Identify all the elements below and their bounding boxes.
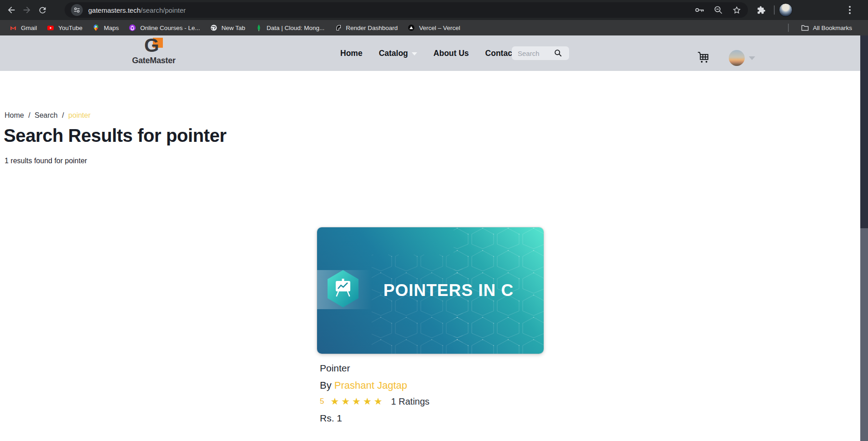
bookmark-maps[interactable]: Maps (87, 22, 124, 34)
user-avatar[interactable] (729, 50, 745, 66)
gmail-icon (10, 24, 17, 31)
zoom-indicator-icon[interactable] (714, 5, 723, 15)
bookmark-youtube[interactable]: YouTube (42, 22, 87, 34)
bookmark-vercel[interactable]: Vercel – Vercel (403, 22, 465, 34)
url-path: /search/pointer (141, 6, 186, 14)
ratings-count: 1 Ratings (391, 396, 430, 407)
breadcrumb: Home / Search / pointer (5, 111, 91, 120)
course-thumbnail[interactable]: POINTERS IN C (317, 227, 544, 354)
rating-value: 5 (320, 397, 324, 406)
bookmark-label: Data | Cloud: Mong... (267, 25, 324, 31)
browser-profile-avatar[interactable] (779, 3, 792, 17)
rating-row: 5 ★★★★★ 1 Ratings (320, 396, 544, 407)
course-details: Pointer By Prashant Jagtap 5 ★★★★★ 1 Rat… (317, 363, 544, 424)
gatemaster-logo-icon: G (143, 37, 164, 55)
mongodb-leaf-icon (255, 24, 262, 31)
page-scrollbar[interactable] (860, 35, 868, 441)
reload-icon (38, 5, 47, 15)
extensions-button[interactable] (755, 4, 767, 16)
all-bookmarks-label: All Bookmarks (813, 25, 852, 31)
nav-item-catalog[interactable]: Catalog (379, 49, 417, 58)
course-price: Rs. 1 (320, 413, 544, 424)
author-prefix: By (320, 380, 332, 391)
reload-button[interactable] (35, 2, 50, 18)
course-image-title: POINTERS IN C (317, 281, 544, 300)
site-navbar: G GateMaster Home Catalog About Us Conta… (0, 35, 860, 71)
breadcrumb-query: pointer (68, 111, 91, 119)
udemy-icon (129, 24, 136, 31)
folder-icon (801, 24, 809, 31)
site-logo[interactable]: G GateMaster (126, 37, 182, 65)
bookmark-star-icon[interactable] (732, 5, 742, 15)
browser-toolbar: gatemasters.tech/search/pointer (0, 0, 868, 20)
nav-item-home[interactable]: Home (340, 49, 363, 58)
bookmark-gmail[interactable]: Gmail (5, 22, 42, 34)
bookmark-render[interactable]: Render Dashboard (329, 22, 403, 34)
bookmark-online-courses[interactable]: Online Courses - Le... (124, 22, 205, 34)
password-key-icon[interactable] (695, 5, 705, 15)
bookmarks-bar: Gmail YouTube Maps Online Courses - Le (0, 20, 868, 35)
toolbar-separator (774, 5, 775, 15)
bookmark-label: New Tab (222, 25, 245, 31)
tune-icon (73, 6, 81, 14)
puzzle-icon (756, 5, 767, 15)
breadcrumb-separator: / (62, 111, 64, 119)
scrollbar-thumb[interactable] (860, 35, 868, 228)
back-arrow-icon (6, 5, 16, 15)
search-icon[interactable] (554, 49, 562, 57)
bookmark-label: Vercel – Vercel (419, 25, 460, 31)
back-button[interactable] (4, 2, 19, 18)
results-summary: 1 results found for pointer (5, 157, 87, 165)
vercel-icon (408, 24, 415, 31)
star-rating-icons: ★★★★★ (330, 396, 384, 407)
brand-name: GateMaster (127, 55, 181, 65)
bookmark-label: YouTube (58, 25, 82, 31)
breadcrumb-search[interactable]: Search (35, 111, 58, 119)
chevron-down-icon (412, 52, 417, 55)
bookmarks-separator (788, 24, 789, 32)
cart-button[interactable] (696, 50, 711, 65)
all-bookmarks-button[interactable]: All Bookmarks (796, 22, 857, 34)
site-settings-button[interactable] (71, 4, 83, 16)
cart-icon (696, 50, 711, 65)
bookmark-label: Render Dashboard (346, 25, 398, 31)
url-host: gatemasters.tech (88, 6, 141, 14)
main-nav: Home Catalog About Us Contact Us (340, 35, 527, 71)
search-input[interactable] (518, 50, 554, 57)
avatar-chevron-down-icon[interactable] (749, 56, 755, 60)
breadcrumb-home[interactable]: Home (5, 111, 24, 119)
url-text[interactable]: gatemasters.tech/search/pointer (88, 6, 186, 14)
bookmark-new-tab[interactable]: New Tab (205, 22, 250, 34)
course-card[interactable]: POINTERS IN C Pointer By Prashant Jagtap… (317, 227, 544, 424)
author-line: By Prashant Jagtap (320, 380, 544, 391)
forward-arrow-icon (22, 5, 32, 15)
page-title: Search Results for pointer (4, 125, 227, 146)
bookmark-mongodb[interactable]: Data | Cloud: Mong... (250, 22, 329, 34)
bookmark-label: Maps (104, 25, 119, 31)
site-search-box[interactable] (512, 46, 569, 60)
author-link[interactable]: Prashant Jagtap (334, 380, 407, 391)
breadcrumb-separator: / (28, 111, 30, 119)
course-title[interactable]: Pointer (320, 363, 544, 374)
maps-pin-icon (92, 24, 100, 31)
address-bar[interactable]: gatemasters.tech/search/pointer (65, 2, 748, 18)
nav-item-about-us[interactable]: About Us (434, 49, 469, 58)
bookmark-label: Gmail (21, 25, 37, 31)
globe-icon (210, 24, 217, 31)
forward-button[interactable] (19, 2, 35, 18)
bookmark-label: Online Courses - Le... (140, 25, 200, 31)
youtube-icon (47, 24, 54, 31)
render-icon (334, 24, 342, 31)
browser-menu-button[interactable] (845, 5, 854, 15)
